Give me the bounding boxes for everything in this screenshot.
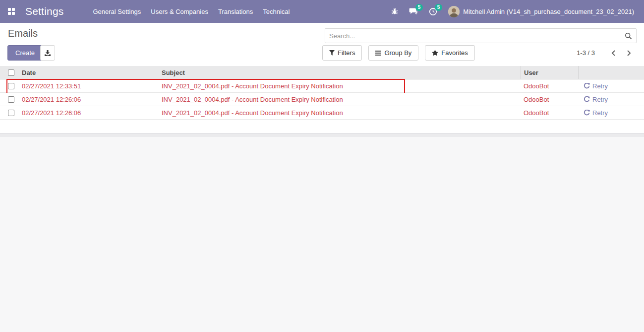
filter-funnel-icon: [329, 50, 335, 56]
cell-user[interactable]: OdooBot: [521, 96, 578, 103]
search-input[interactable]: [325, 32, 625, 40]
table-body: 02/27/2021 12:33:51 INV_2021_02_0004.pdf…: [0, 79, 644, 120]
cell-subject[interactable]: INV_2021_02_0004.pdf - Account Document …: [162, 82, 521, 90]
retry-button[interactable]: Retry: [578, 96, 644, 103]
column-header-subject[interactable]: Subject: [162, 69, 521, 76]
table-header: Date Subject User: [0, 66, 644, 79]
menu-users-companies[interactable]: Users & Companies: [146, 1, 213, 22]
row-checkbox[interactable]: [8, 110, 14, 116]
bug-icon: [391, 8, 398, 15]
filters-button[interactable]: Filters: [322, 45, 362, 61]
row-checkbox[interactable]: [8, 96, 14, 103]
retry-button[interactable]: Retry: [578, 109, 644, 117]
menu-general-settings[interactable]: General Settings: [88, 1, 146, 22]
pager-previous-button[interactable]: [606, 48, 621, 59]
search-bar: [325, 28, 637, 43]
row-checkbox-cell: [0, 110, 20, 116]
download-icon: [44, 50, 51, 57]
retry-label: Retry: [592, 109, 608, 117]
retry-button[interactable]: Retry: [578, 82, 644, 90]
group-by-button[interactable]: Group By: [368, 45, 418, 61]
star-icon: [432, 50, 438, 56]
row-checkbox-cell: [0, 83, 20, 89]
pager: 1-3 / 3: [577, 45, 637, 61]
column-header-retry: [578, 66, 644, 79]
cell-subject[interactable]: INV_2021_02_0004.pdf - Account Document …: [162, 96, 521, 103]
retry-label: Retry: [592, 82, 608, 90]
user-avatar: [448, 6, 460, 17]
chevron-left-icon: [611, 50, 616, 57]
activities-count-badge: 5: [435, 4, 443, 11]
row-checkbox-cell: [0, 96, 20, 103]
messages-button[interactable]: 5: [404, 0, 423, 23]
chevron-right-icon: [626, 50, 632, 57]
page-title: Emails: [8, 28, 38, 39]
systray: 5 5 Mitchell Admin (V14_sh_purchase_docu…: [386, 0, 640, 23]
column-header-date[interactable]: Date: [20, 69, 162, 76]
user-menu[interactable]: Mitchell Admin (V14_sh_purchase_document…: [443, 0, 640, 23]
table-row[interactable]: 02/27/2021 12:26:06 INV_2021_02_0004.pdf…: [0, 106, 644, 120]
cell-date[interactable]: 02/27/2021 12:26:06: [20, 109, 162, 117]
refresh-icon: [584, 83, 590, 89]
pager-range: 1-3 / 3: [577, 49, 595, 57]
emails-list: Date Subject User 02/27/2021 12:33:51 IN…: [0, 66, 644, 120]
app-title[interactable]: Settings: [25, 5, 63, 17]
cell-date[interactable]: 02/27/2021 12:26:06: [20, 96, 162, 103]
search-icon[interactable]: [625, 32, 632, 40]
user-name: Mitchell Admin (V14_sh_purchase_document…: [463, 8, 634, 15]
nav-menu: General Settings Users & Companies Trans…: [88, 1, 294, 22]
create-button[interactable]: Create: [7, 45, 43, 61]
messages-count-badge: 5: [415, 4, 423, 11]
select-all-checkbox[interactable]: [0, 69, 20, 76]
top-navbar: Settings General Settings Users & Compan…: [0, 0, 644, 23]
table-row[interactable]: 02/27/2021 12:33:51 INV_2021_02_0004.pdf…: [0, 79, 644, 93]
cell-user[interactable]: OdooBot: [521, 109, 578, 117]
search-options: Filters Group By Favorites: [322, 45, 475, 61]
export-button[interactable]: [40, 45, 55, 61]
pager-next-button[interactable]: [621, 48, 637, 59]
activities-button[interactable]: 5: [423, 0, 443, 23]
cell-date[interactable]: 02/27/2021 12:33:51: [20, 82, 162, 90]
list-end-divider: [0, 133, 644, 137]
apps-menu-icon[interactable]: [8, 8, 15, 15]
column-header-user[interactable]: User: [521, 66, 578, 79]
menu-translations[interactable]: Translations: [213, 1, 258, 22]
table-row[interactable]: 02/27/2021 12:26:06 INV_2021_02_0004.pdf…: [0, 93, 644, 106]
retry-label: Retry: [592, 96, 608, 103]
menu-technical[interactable]: Technical: [258, 1, 294, 22]
cell-user[interactable]: OdooBot: [521, 82, 578, 90]
refresh-icon: [584, 110, 590, 116]
favorites-button[interactable]: Favorites: [425, 45, 474, 61]
debug-bug-button[interactable]: [386, 0, 404, 23]
cell-subject[interactable]: INV_2021_02_0004.pdf - Account Document …: [162, 109, 521, 117]
row-checkbox[interactable]: [8, 83, 14, 89]
group-by-icon: [375, 51, 381, 56]
refresh-icon: [584, 96, 590, 103]
